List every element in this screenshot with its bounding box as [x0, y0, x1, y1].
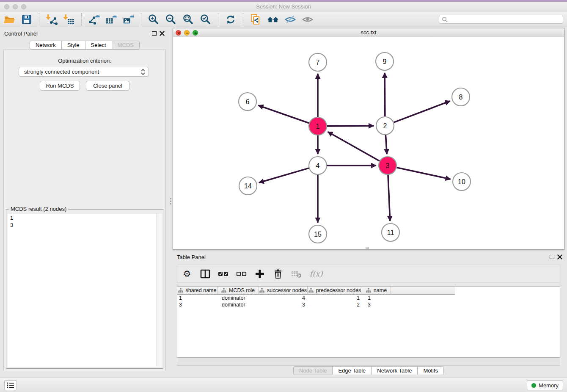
- add-row-icon[interactable]: [254, 268, 265, 279]
- panel-divider-handle[interactable]: [169, 196, 172, 207]
- close-panel-button[interactable]: Close panel: [86, 81, 129, 91]
- column-header-name[interactable]: name: [362, 287, 391, 295]
- graph-node-11[interactable]: 11: [382, 224, 399, 241]
- graph-edge-3-11[interactable]: [388, 175, 390, 221]
- graph-edge-1-6[interactable]: [258, 105, 309, 123]
- column-header-successor-nodes[interactable]: successor nodes: [259, 287, 308, 295]
- graph-node-6[interactable]: 6: [239, 93, 256, 110]
- control-panel-close-icon[interactable]: [160, 31, 165, 36]
- column-sort-icon: [259, 288, 264, 293]
- search-box[interactable]: [439, 15, 563, 24]
- open-session-icon[interactable]: [3, 14, 15, 25]
- main-toolbar: [0, 12, 567, 27]
- network-canvas[interactable]: 7968124314101511: [173, 37, 564, 249]
- import-table-icon[interactable]: [63, 14, 75, 25]
- tab-style[interactable]: Style: [61, 41, 85, 50]
- column-header-label: MCDS role: [229, 287, 255, 293]
- criterion-value: strongly connected component: [24, 69, 140, 75]
- mcds-result-box: MCDS result (2 nodes) 13: [6, 209, 163, 369]
- export-image-icon[interactable]: [123, 14, 135, 25]
- graph-edge-4-14[interactable]: [259, 168, 309, 182]
- table-panel-float-icon[interactable]: [550, 255, 554, 259]
- mcds-result-title: MCDS result (2 nodes): [9, 206, 68, 212]
- delete-table-icon[interactable]: [291, 268, 302, 279]
- column-header-shared-name[interactable]: shared name: [177, 287, 217, 295]
- criterion-select[interactable]: strongly connected component: [19, 67, 149, 77]
- table-cell[interactable]: 3: [259, 302, 308, 308]
- table-cell[interactable]: 1: [362, 295, 391, 301]
- tab-edge-table[interactable]: Edge Table: [332, 366, 372, 375]
- import-network-icon[interactable]: [46, 14, 58, 25]
- graph-edge-2-8[interactable]: [394, 101, 450, 123]
- graph-node-15[interactable]: 15: [309, 225, 327, 243]
- table-cell[interactable]: dominator: [217, 302, 259, 308]
- graph-node-3[interactable]: 3: [379, 157, 396, 174]
- table-cell[interactable]: dominator: [217, 295, 259, 301]
- table-cell[interactable]: 2: [308, 302, 362, 308]
- tab-mcds[interactable]: MCDS: [112, 41, 140, 50]
- node-label: 14: [244, 182, 252, 190]
- graph-node-4[interactable]: 4: [309, 157, 327, 174]
- graph-node-2[interactable]: 2: [376, 117, 394, 135]
- network-window-titlebar[interactable]: scc.txt: [173, 28, 564, 37]
- graph-edge-3-10[interactable]: [396, 168, 450, 179]
- graph-node-1[interactable]: 1: [309, 117, 327, 135]
- graph-edge-2-9[interactable]: [385, 73, 385, 116]
- zoom-in-icon[interactable]: [148, 14, 160, 25]
- show-all-networks-icon[interactable]: [267, 14, 279, 25]
- graph-edge-3-1[interactable]: [328, 132, 380, 161]
- table-cell[interactable]: 3: [177, 302, 217, 308]
- table-row[interactable]: 3dominator323: [177, 301, 560, 308]
- graph-node-10[interactable]: 10: [453, 173, 471, 190]
- run-mcds-button[interactable]: Run MCDS: [40, 81, 80, 91]
- graph-edge-1-2[interactable]: [327, 126, 374, 126]
- delete-row-icon[interactable]: [272, 268, 284, 279]
- table-horizontal-scrollbar[interactable]: [177, 358, 560, 366]
- search-input[interactable]: [448, 16, 563, 23]
- task-history-button[interactable]: [4, 380, 17, 390]
- deselect-all-icon[interactable]: [236, 268, 247, 279]
- status-bar: Memory: [0, 378, 567, 392]
- graph-node-9[interactable]: 9: [376, 52, 394, 70]
- toolbar-separator: [218, 13, 218, 26]
- zoom-out-icon[interactable]: [165, 14, 177, 25]
- tab-motifs[interactable]: Motifs: [417, 366, 444, 375]
- toolbar-separator: [141, 13, 141, 26]
- show-panel-eye-icon[interactable]: [302, 14, 314, 25]
- hide-panel-eye-icon[interactable]: [284, 14, 296, 25]
- graph-node-8[interactable]: 8: [452, 88, 470, 106]
- node-label: 15: [314, 231, 322, 238]
- column-header-predecessor-nodes[interactable]: predecessor nodes: [308, 287, 362, 295]
- list-icon: [6, 381, 15, 389]
- zoom-fit-icon[interactable]: [182, 14, 194, 25]
- export-table-icon[interactable]: [105, 14, 117, 25]
- columns-icon[interactable]: [200, 268, 211, 279]
- memory-button[interactable]: Memory: [527, 380, 563, 390]
- table-row[interactable]: 1dominator411: [177, 295, 560, 301]
- tab-node-table[interactable]: Node Table: [293, 366, 333, 375]
- select-all-icon[interactable]: [218, 268, 229, 279]
- table-cell[interactable]: 1: [177, 295, 217, 301]
- clone-network-icon[interactable]: [250, 14, 261, 25]
- tab-network-table[interactable]: Network Table: [371, 366, 418, 375]
- table-panel-close-icon[interactable]: [557, 254, 562, 259]
- mcds-result-scrollbar[interactable]: [156, 214, 162, 367]
- table-cell[interactable]: 4: [259, 295, 308, 301]
- graph-node-7[interactable]: 7: [309, 53, 327, 71]
- zoom-selected-icon[interactable]: [200, 14, 212, 25]
- graph-edge-2-3[interactable]: [385, 135, 387, 154]
- export-network-icon[interactable]: [88, 14, 100, 25]
- mcds-result-list[interactable]: 13: [8, 214, 156, 367]
- network-resize-handle[interactable]: [366, 247, 369, 249]
- table-settings-icon[interactable]: ⚙: [182, 268, 193, 279]
- apply-function-icon[interactable]: f(x): [309, 268, 323, 279]
- refresh-view-icon[interactable]: [225, 14, 237, 25]
- table-cell[interactable]: 3: [362, 302, 391, 308]
- save-session-icon[interactable]: [21, 14, 33, 25]
- table-cell[interactable]: 1: [308, 295, 362, 301]
- tab-network[interactable]: Network: [30, 41, 62, 50]
- tab-select[interactable]: Select: [85, 41, 112, 50]
- column-header-MCDS-role[interactable]: MCDS role: [217, 287, 259, 295]
- graph-node-14[interactable]: 14: [239, 177, 257, 195]
- control-panel-float-icon[interactable]: [152, 31, 157, 36]
